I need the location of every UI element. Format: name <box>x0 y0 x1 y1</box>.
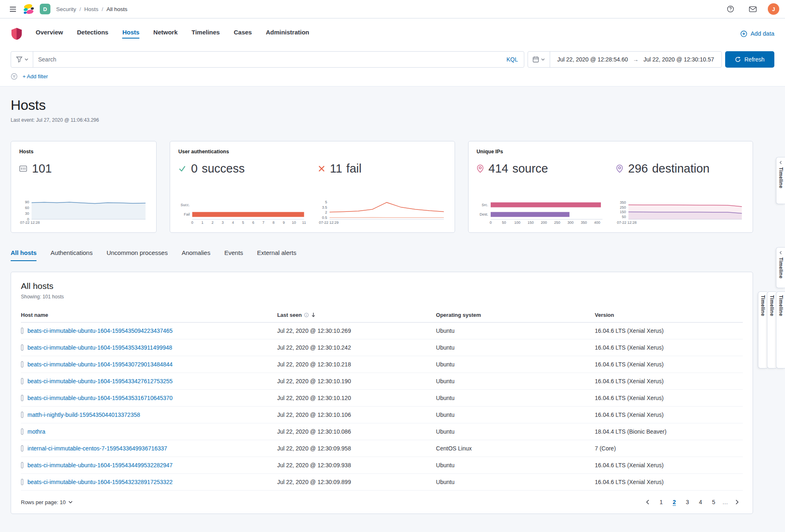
tab-detections[interactable]: Detections <box>77 29 109 39</box>
last-event-label: Last event: Jul 27, 2020 @ 11:06:43.296 <box>11 117 753 123</box>
tab-all-hosts[interactable]: All hosts <box>11 249 36 261</box>
menu-button[interactable] <box>6 2 20 16</box>
sort-descending-icon <box>311 312 316 318</box>
drag-handle-icon[interactable] <box>21 378 23 384</box>
timeline-toggle-button[interactable]: Timeline <box>776 157 785 204</box>
page-button-3[interactable]: 3 <box>682 496 693 508</box>
auth-bar-chart: Succ.Fail01234567891011 <box>178 198 307 225</box>
tab-overview[interactable]: Overview <box>36 29 63 39</box>
query-language-button[interactable]: KQL <box>501 52 524 67</box>
table-row: internal-ci-immutable-centos-7-159543364… <box>21 440 743 457</box>
destination-ips-column: 296 destination 3502501505007-22 12:28 <box>616 155 744 225</box>
user-avatar[interactable]: J <box>768 3 779 15</box>
previous-page-button[interactable] <box>642 496 653 508</box>
drag-handle-icon[interactable] <box>21 344 23 351</box>
host-name-link[interactable]: beats-ci-immutable-ubuntu-1604-159543534… <box>27 344 172 351</box>
host-name-link[interactable]: beats-ci-immutable-ubuntu-1604-159543232… <box>27 479 173 485</box>
hamburger-icon <box>9 7 16 12</box>
tab-events[interactable]: Events <box>224 249 243 261</box>
host-name-link[interactable]: internal-ci-immutable-centos-7-159543364… <box>27 445 167 452</box>
tab-authentications[interactable]: Authentications <box>50 249 93 261</box>
page-button-2[interactable]: 2 <box>669 496 680 508</box>
drag-handle-icon[interactable] <box>21 462 23 468</box>
elastic-logo-icon[interactable] <box>23 4 34 15</box>
add-data-button[interactable]: Add data <box>740 30 774 37</box>
breadcrumb-security[interactable]: Security <box>56 6 76 12</box>
os-cell: Ubuntu <box>436 407 595 423</box>
svg-text:4: 4 <box>232 221 234 225</box>
drag-handle-icon[interactable] <box>21 412 23 418</box>
host-name-link[interactable]: beats-ci-immutable-ubuntu-1604-159543072… <box>27 361 173 368</box>
tab-anomalies[interactable]: Anomalies <box>182 249 210 261</box>
svg-text:300: 300 <box>567 221 573 225</box>
version-cell: 16.04.6 LTS (Xenial Xerus) <box>595 373 743 390</box>
timeline-toggle-button[interactable]: Timeline <box>767 291 776 368</box>
host-name-link[interactable]: beats-ci-immutable-ubuntu-1604-159543342… <box>27 378 173 384</box>
page-button-5[interactable]: 5 <box>708 496 719 508</box>
column-operating-system[interactable]: Operating system <box>436 308 595 323</box>
timeline-toggle-button[interactable]: Timeline <box>758 291 767 368</box>
drag-handle-icon[interactable] <box>21 361 23 368</box>
next-page-button[interactable] <box>731 496 743 508</box>
timeline-label: Timeline <box>778 257 784 279</box>
column-last-seen[interactable]: Last seen <box>277 308 436 323</box>
timeline-flyout-group: Timeline Timeline Timeline <box>758 291 785 368</box>
rows-per-page-button[interactable]: Rows per page: 10 <box>21 499 73 505</box>
unique-ips-area-chart: 3502501505007-22 12:28 <box>616 198 744 225</box>
timeline-toggle-button[interactable]: Timeline <box>776 247 785 288</box>
hosts-section-tabs: All hosts Authentications Uncommon proce… <box>11 249 753 261</box>
tab-timelines[interactable]: Timelines <box>191 29 220 39</box>
column-host-name[interactable]: Host name <box>21 308 277 323</box>
version-cell: 16.04.6 LTS (Xenial Xerus) <box>595 339 743 356</box>
drag-handle-icon[interactable] <box>21 327 23 334</box>
mail-icon <box>749 6 757 12</box>
refresh-button[interactable]: Refresh <box>725 51 774 68</box>
page-button-4[interactable]: 4 <box>695 496 706 508</box>
host-name-link[interactable]: beats-ci-immutable-ubuntu-1604-159543531… <box>27 395 173 401</box>
tab-uncommon-processes[interactable]: Uncommon processes <box>107 249 168 261</box>
refresh-label: Refresh <box>744 56 765 63</box>
column-label: Version <box>595 312 614 318</box>
space-avatar[interactable]: D <box>40 4 50 14</box>
svg-text:0: 0 <box>489 221 491 225</box>
tab-network[interactable]: Network <box>153 29 177 39</box>
os-cell: Ubuntu <box>436 423 595 440</box>
host-name-link[interactable]: beats-ci-immutable-ubuntu-1604-159543509… <box>27 327 173 334</box>
refresh-icon <box>735 57 741 62</box>
os-cell: Ubuntu <box>436 474 595 491</box>
tab-hosts[interactable]: Hosts <box>122 29 139 39</box>
timeline-toggle-button[interactable]: Timeline <box>776 291 785 368</box>
drag-handle-icon[interactable] <box>21 445 23 452</box>
help-button[interactable] <box>724 2 737 16</box>
drag-handle-icon[interactable] <box>21 479 23 485</box>
breadcrumb-hosts[interactable]: Hosts <box>84 6 99 12</box>
saved-query-menu-button[interactable] <box>11 52 33 67</box>
tab-administration[interactable]: Administration <box>266 29 309 39</box>
last-seen-cell: Jul 22, 2020 @ 12:30:09.958 <box>277 440 436 457</box>
date-quick-menu-button[interactable] <box>528 52 550 67</box>
chevron-down-icon <box>68 501 73 503</box>
add-filter-button[interactable]: + Add filter <box>23 73 48 80</box>
add-data-label: Add data <box>751 30 774 37</box>
newsfeed-button[interactable] <box>746 2 760 16</box>
auth-fail-column: 11 fail 53.520.507-22 12:29 <box>318 155 446 225</box>
filter-circle-icon[interactable] <box>11 73 18 80</box>
host-name-link[interactable]: mothra <box>27 428 46 435</box>
svg-text:3.5: 3.5 <box>322 205 327 209</box>
tab-external-alerts[interactable]: External alerts <box>257 249 296 261</box>
kpi-card-unique-ips: Unique IPs 414 source Src.Dest.050100150… <box>468 141 753 233</box>
hosts-table-body: beats-ci-immutable-ubuntu-1604-159543509… <box>21 323 743 491</box>
start-date[interactable]: Jul 22, 2020 @ 12:28:54.60 <box>557 56 628 63</box>
host-name-link[interactable]: matth-i-nightly-build-159543504401337235… <box>27 412 140 418</box>
breadcrumb-separator: / <box>80 6 81 12</box>
hosts-sparkline: 906030007-22 12:28 <box>19 198 148 225</box>
page-button-1[interactable]: 1 <box>656 496 667 508</box>
column-version[interactable]: Version <box>595 308 743 323</box>
end-date[interactable]: Jul 22, 2020 @ 12:30:10.57 <box>644 56 714 63</box>
tab-cases[interactable]: Cases <box>234 29 252 39</box>
host-name-link[interactable]: beats-ci-immutable-ubuntu-1604-159543449… <box>27 462 173 468</box>
svg-text:350: 350 <box>580 221 587 225</box>
drag-handle-icon[interactable] <box>21 428 23 435</box>
drag-handle-icon[interactable] <box>21 395 23 401</box>
search-input[interactable] <box>33 52 501 67</box>
